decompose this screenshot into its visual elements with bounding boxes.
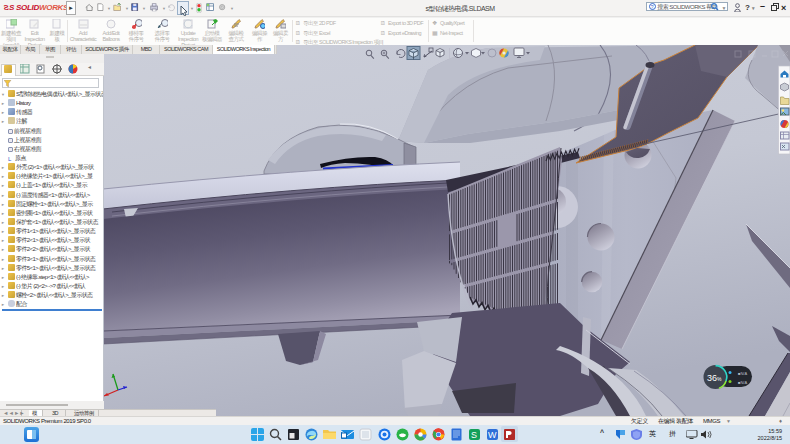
svg-text:W: W <box>488 430 497 440</box>
svg-text:■N/A: ■N/A <box>738 380 747 385</box>
svg-text:?: ? <box>651 4 654 10</box>
svg-text:S: S <box>471 430 477 440</box>
svg-text:■N/A: ■N/A <box>738 371 747 376</box>
